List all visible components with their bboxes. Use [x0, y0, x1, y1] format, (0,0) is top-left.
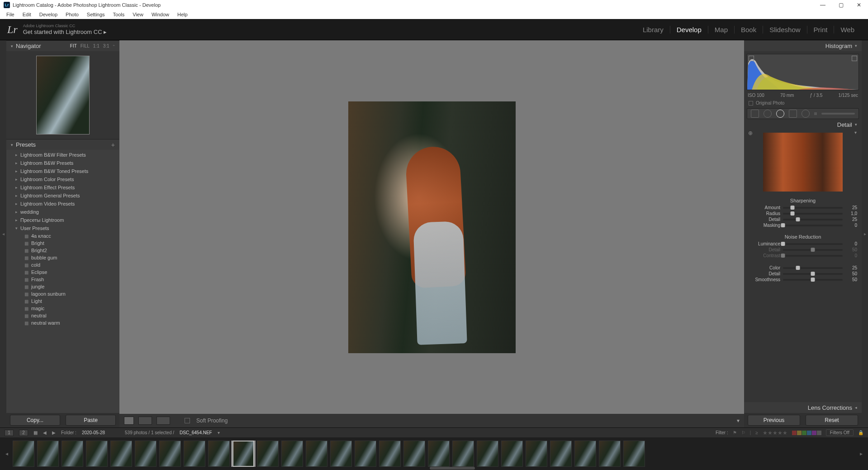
- filmstrip-thumb[interactable]: [379, 441, 401, 467]
- detail-menu-icon[interactable]: ▾: [852, 130, 859, 194]
- preset-item[interactable]: Bright2: [6, 247, 119, 254]
- slider-value[interactable]: 1,0: [845, 211, 857, 216]
- left-panel-grip[interactable]: ◂: [0, 40, 6, 427]
- slider-track[interactable]: [783, 279, 843, 281]
- sharpen-masking-slider[interactable]: Masking0: [749, 223, 857, 228]
- preset-group[interactable]: Пресеты Lightroom: [6, 216, 119, 224]
- slider-track[interactable]: [783, 219, 843, 221]
- filmstrip-thumb[interactable]: [550, 441, 572, 467]
- detail-target-icon[interactable]: ⊕: [747, 130, 754, 194]
- slider-value[interactable]: 25: [845, 265, 857, 270]
- preset-group[interactable]: Lightroom Color Presets: [6, 175, 119, 183]
- filmstrip-thumb[interactable]: [501, 441, 523, 467]
- add-preset-icon[interactable]: +: [111, 141, 115, 149]
- filmstrip-thumb[interactable]: [257, 441, 279, 467]
- filmstrip-thumb[interactable]: [330, 441, 352, 467]
- slider-track[interactable]: [783, 225, 843, 226]
- slider-knob[interactable]: [811, 278, 815, 282]
- previous-button[interactable]: Previous: [748, 415, 800, 426]
- close-button[interactable]: ✕: [850, 2, 868, 8]
- loupe-view-button[interactable]: [124, 417, 134, 425]
- menu-settings[interactable]: Settings: [83, 11, 109, 18]
- filmstrip-thumb[interactable]: [86, 441, 108, 467]
- sharpen-detail-slider[interactable]: Detail25: [749, 217, 857, 222]
- filmstrip-thumb[interactable]: [574, 441, 596, 467]
- menu-photo[interactable]: Photo: [62, 11, 82, 18]
- preset-item[interactable]: jungle: [6, 283, 119, 290]
- get-started-link[interactable]: Get started with Lightroom CC ▸: [23, 29, 107, 36]
- detail-preview[interactable]: [763, 133, 843, 192]
- shadow-clip-icon[interactable]: [749, 56, 754, 61]
- nr-color-detail-slider[interactable]: Detail50: [749, 271, 857, 276]
- filmstrip-thumb[interactable]: [37, 441, 59, 467]
- right-panel-grip[interactable]: ▸: [862, 40, 868, 427]
- menu-view[interactable]: View: [129, 11, 147, 18]
- slider-value[interactable]: 50: [845, 277, 857, 282]
- filmstrip-thumb[interactable]: [184, 441, 205, 467]
- menu-file[interactable]: File: [3, 11, 18, 18]
- filters-off-label[interactable]: Filters Off: [826, 429, 854, 436]
- nr-color-color-slider[interactable]: Color25: [749, 265, 857, 270]
- main-window-button[interactable]: 1: [5, 430, 14, 436]
- module-map[interactable]: Map: [708, 26, 735, 34]
- slider-knob[interactable]: [781, 242, 785, 246]
- navigator-header[interactable]: ▾ Navigator FITFILL1:13:1÷: [6, 40, 119, 51]
- minimize-button[interactable]: —: [814, 2, 832, 8]
- nav-fwd-icon[interactable]: ▶: [52, 430, 56, 435]
- filmstrip-thumb[interactable]: [232, 441, 254, 467]
- slider-track[interactable]: [783, 207, 843, 209]
- slider-value[interactable]: 0: [845, 253, 857, 258]
- module-web[interactable]: Web: [834, 26, 861, 34]
- zoom-3-1[interactable]: 3:1: [103, 43, 109, 48]
- preset-item[interactable]: lagoon sunburn: [6, 290, 119, 297]
- menu-tools[interactable]: Tools: [109, 11, 128, 18]
- slider-track[interactable]: [783, 249, 843, 251]
- nr-contrast-slider[interactable]: Contrast0: [749, 253, 857, 258]
- filmstrip-thumb[interactable]: [477, 441, 498, 467]
- nr-color-smoothness-slider[interactable]: Smoothness50: [749, 277, 857, 282]
- preset-group-user[interactable]: User Presets: [6, 224, 119, 232]
- folder-name[interactable]: 2020-05-28: [82, 430, 105, 435]
- reset-button[interactable]: Reset: [806, 415, 858, 426]
- before-after-y-button[interactable]: [157, 417, 170, 425]
- module-develop[interactable]: Develop: [670, 26, 708, 34]
- filmstrip-right-icon[interactable]: ▸: [858, 451, 864, 457]
- preset-group[interactable]: Lightroom General Presets: [6, 192, 119, 200]
- menu-window[interactable]: Window: [148, 11, 173, 18]
- filmstrip-scrollbar[interactable]: [430, 467, 475, 470]
- filmstrip-thumb[interactable]: [526, 441, 547, 467]
- filter-flag-icon[interactable]: ⚑: [733, 430, 737, 435]
- slider-value[interactable]: 50: [845, 271, 857, 276]
- redeye-tool-icon[interactable]: [776, 110, 784, 118]
- slider-value[interactable]: 50: [845, 247, 857, 252]
- grid-icon[interactable]: ▦: [33, 430, 38, 435]
- slider-knob[interactable]: [791, 206, 795, 210]
- filmstrip-thumb[interactable]: [208, 441, 230, 467]
- slider-track[interactable]: [783, 243, 843, 245]
- filter-lock-icon[interactable]: 🔒: [858, 430, 863, 435]
- slider-knob[interactable]: [796, 217, 800, 221]
- preset-item[interactable]: Bright: [6, 240, 119, 247]
- nr-luminance-slider[interactable]: Luminance0: [749, 241, 857, 246]
- menu-help[interactable]: Help: [174, 11, 191, 18]
- before-after-x-button[interactable]: [138, 417, 152, 425]
- second-window-button[interactable]: 2: [19, 430, 28, 436]
- module-slideshow[interactable]: Slideshow: [763, 26, 807, 34]
- filmstrip-left-icon[interactable]: ◂: [4, 451, 10, 457]
- filmstrip-thumb[interactable]: [281, 441, 303, 467]
- zoom-fill[interactable]: FILL: [81, 43, 90, 48]
- navigator-preview[interactable]: [6, 51, 119, 139]
- slider-track[interactable]: [783, 267, 843, 269]
- module-library[interactable]: Library: [636, 26, 670, 34]
- image-canvas[interactable]: [119, 40, 744, 414]
- slider-track[interactable]: [783, 255, 843, 257]
- nav-back-icon[interactable]: ◀: [43, 430, 47, 435]
- preset-item[interactable]: Light: [6, 297, 119, 305]
- preset-item[interactable]: bubble gum: [6, 254, 119, 261]
- original-photo-row[interactable]: Original Photo: [744, 100, 862, 106]
- original-photo-checkbox[interactable]: [749, 101, 753, 106]
- filmstrip-thumb[interactable]: [623, 441, 645, 467]
- filmstrip-thumb[interactable]: [62, 441, 83, 467]
- highlight-clip-icon[interactable]: [852, 56, 857, 61]
- copy-button[interactable]: Copy...: [10, 415, 60, 426]
